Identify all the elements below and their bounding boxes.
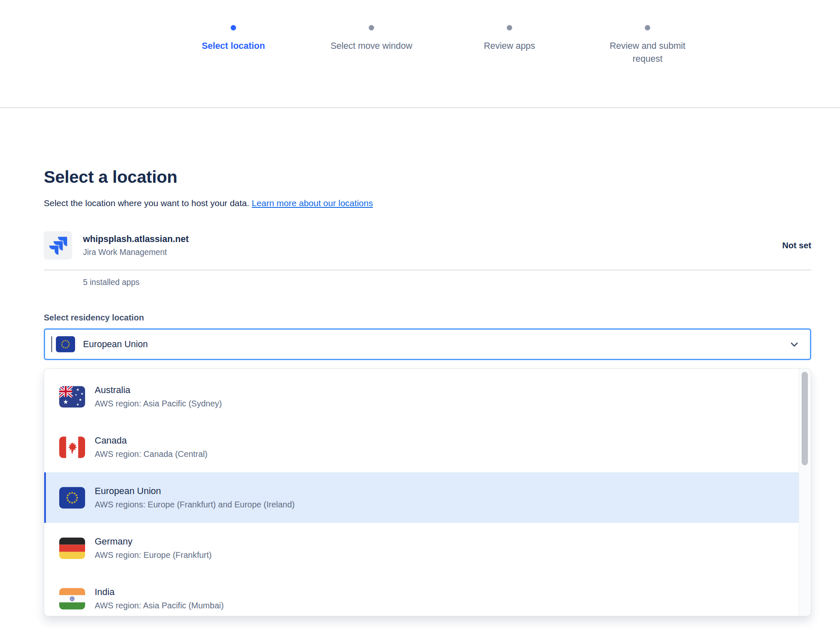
select-selected-value: European Union <box>83 339 148 350</box>
dropdown-scrollbar-thumb[interactable] <box>802 372 808 465</box>
residency-select[interactable]: European Union <box>44 328 811 360</box>
option-australia[interactable]: Australia AWS region: Asia Pacific (Sydn… <box>44 371 811 422</box>
chevron-down-icon[interactable] <box>789 339 800 350</box>
residency-dropdown: Australia AWS region: Asia Pacific (Sydn… <box>44 368 811 616</box>
step-label: Review and submit request <box>594 40 701 66</box>
option-name: India <box>95 587 224 598</box>
learn-more-link[interactable]: Learn more about our locations <box>251 198 373 208</box>
option-european-union[interactable]: European Union AWS regions: Europe (Fran… <box>44 472 811 523</box>
option-name: Australia <box>95 385 222 396</box>
option-germany[interactable]: Germany AWS region: Europe (Frankfurt) <box>44 523 811 573</box>
step-label: Review apps <box>484 40 535 53</box>
step-select-location[interactable]: Select location <box>164 25 302 66</box>
option-text: India AWS region: Asia Pacific (Mumbai) <box>95 587 224 610</box>
intro-text: Select the location where you want to ho… <box>44 198 811 208</box>
option-india[interactable]: India AWS region: Asia Pacific (Mumbai) <box>44 573 811 616</box>
step-review-and-submit[interactable]: Review and submit request <box>578 25 717 66</box>
residency-status-value: Not set <box>782 240 811 250</box>
option-text: Canada AWS region: Canada (Central) <box>95 435 208 459</box>
stepper-steps: Select location Select move window Revie… <box>164 25 717 66</box>
step-dot-active-icon <box>231 25 236 30</box>
installed-apps-count: 5 installed apps <box>83 277 811 287</box>
step-dot-icon <box>507 25 512 30</box>
option-region: AWS region: Canada (Central) <box>95 449 208 459</box>
option-region: AWS region: Asia Pacific (Mumbai) <box>95 601 224 610</box>
step-dot-icon <box>369 25 374 30</box>
option-name: Canada <box>95 435 208 446</box>
jira-logo-icon <box>44 231 72 260</box>
option-region: AWS regions: Europe (Frankfurt) and Euro… <box>95 500 294 509</box>
flag-india-icon <box>59 588 85 610</box>
step-select-move-window[interactable]: Select move window <box>302 25 440 66</box>
option-canada[interactable]: Canada AWS region: Canada (Central) <box>44 422 811 472</box>
step-review-apps[interactable]: Review apps <box>440 25 578 66</box>
text-cursor-icon <box>51 336 52 352</box>
dropdown-scrollbar-track[interactable] <box>799 369 811 616</box>
flag-germany-icon <box>59 537 85 559</box>
site-info: whipsplash.atlassian.net Jira Work Manag… <box>44 231 189 260</box>
step-dot-icon <box>645 25 650 30</box>
flag-canada-icon <box>59 436 85 458</box>
option-name: European Union <box>95 486 294 497</box>
option-region: AWS region: Europe (Frankfurt) <box>95 550 211 560</box>
main-content: Select a location Select the location wh… <box>44 108 811 616</box>
step-label: Select move window <box>331 40 412 53</box>
progress-stepper: Select location Select move window Revie… <box>0 0 840 108</box>
site-product: Jira Work Management <box>83 247 189 257</box>
residency-select-label: Select residency location <box>44 313 811 323</box>
site-name: whipsplash.atlassian.net <box>83 234 189 245</box>
flag-european-union-icon <box>56 336 75 353</box>
option-text: Germany AWS region: Europe (Frankfurt) <box>95 536 211 560</box>
page-title: Select a location <box>44 108 811 187</box>
site-card: whipsplash.atlassian.net Jira Work Manag… <box>44 231 811 270</box>
option-text: European Union AWS regions: Europe (Fran… <box>95 486 294 509</box>
option-name: Germany <box>95 536 211 547</box>
flag-european-union-icon <box>59 487 85 509</box>
option-text: Australia AWS region: Asia Pacific (Sydn… <box>95 385 222 408</box>
intro-sentence: Select the location where you want to ho… <box>44 198 249 208</box>
step-label: Select location <box>202 40 265 53</box>
option-region: AWS region: Asia Pacific (Sydney) <box>95 399 222 408</box>
flag-australia-icon <box>59 386 85 408</box>
site-text: whipsplash.atlassian.net Jira Work Manag… <box>83 234 189 257</box>
